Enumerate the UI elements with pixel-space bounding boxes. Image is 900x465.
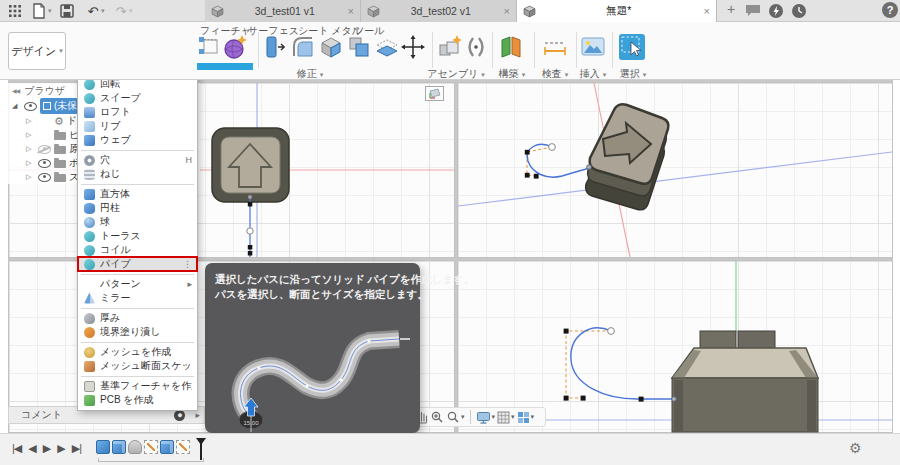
menu-item-web[interactable]: ウェブ: [78, 133, 197, 147]
menu-item-thread[interactable]: ねじ: [78, 167, 197, 181]
collapsed-triangle-icon[interactable]: ▷: [26, 145, 35, 153]
help-icon[interactable]: ?: [882, 2, 898, 18]
expand-triangle-icon[interactable]: ◢: [12, 102, 21, 110]
folder-icon: [54, 146, 66, 154]
workspace-selector[interactable]: デザイン ▾: [8, 32, 66, 70]
file-caret-icon[interactable]: ▾: [48, 7, 52, 15]
eye-icon[interactable]: [38, 173, 51, 182]
create-sketch-icon[interactable]: [197, 34, 223, 60]
menu-item-boundary-fill[interactable]: 境界塗り潰し: [78, 325, 197, 339]
menu-item-hole[interactable]: 穴H: [78, 153, 197, 167]
go-to-start-button[interactable]: |◀: [12, 442, 21, 455]
timeline-position-marker[interactable]: [196, 438, 206, 460]
extensions-icon[interactable]: [768, 3, 785, 20]
press-pull-icon[interactable]: [262, 34, 288, 60]
overflow-menu-icon[interactable]: ⋮: [183, 259, 192, 269]
thicken-icon: [84, 313, 95, 324]
collapsed-triangle-icon[interactable]: ▷: [26, 173, 35, 181]
joint-icon[interactable]: [463, 34, 489, 60]
torus-icon: [84, 231, 95, 242]
combine-icon[interactable]: [346, 34, 372, 60]
timeline-feature-extrude[interactable]: [112, 440, 126, 454]
menu-item-torus[interactable]: トーラス: [78, 229, 197, 243]
menu-item-pattern[interactable]: パターン▸: [78, 277, 197, 291]
navbar-divider: [470, 410, 471, 424]
menu-item-label: 直方体: [100, 187, 192, 201]
timeline-feature-box[interactable]: [96, 440, 110, 454]
fit-icon[interactable]: [430, 410, 444, 424]
navigation-bar: ▾ ▾ ▾ ▾: [410, 407, 546, 427]
pipe-dimension-label: 15.00: [243, 420, 259, 426]
step-back-button[interactable]: ◀: [28, 442, 35, 455]
close-tab-icon[interactable]: ×: [348, 5, 354, 17]
viewport-home-view[interactable]: [457, 82, 893, 258]
close-tab-icon[interactable]: ×: [704, 5, 710, 17]
web-icon: [84, 135, 95, 146]
step-forward-button[interactable]: ▶: [57, 442, 64, 455]
expand-comments-icon[interactable]: ▸: [195, 410, 200, 420]
menu-item-rib[interactable]: リブ: [78, 119, 197, 133]
grid-settings-icon[interactable]: ▾: [497, 411, 515, 424]
menu-item-pcb[interactable]: PCB を作成: [78, 393, 197, 407]
menu-item-cylinder[interactable]: 円柱: [78, 201, 197, 215]
job-status-clock-icon[interactable]: [791, 3, 808, 20]
group-divider: [534, 32, 535, 68]
undo-icon[interactable]: ↶: [84, 2, 102, 20]
collapse-browser-icon[interactable]: ◀◀: [12, 87, 19, 94]
viewport-orientation-indicator[interactable]: [425, 86, 444, 101]
select-tool-icon[interactable]: [619, 34, 645, 60]
menu-item-box[interactable]: 直方体: [78, 187, 197, 201]
modify-dropdown[interactable]: 修正 ▾: [285, 67, 335, 81]
collapsed-triangle-icon[interactable]: ▷: [26, 117, 35, 125]
construct-plane-icon[interactable]: [498, 34, 524, 60]
assemble-dropdown[interactable]: アセンブリ ▾: [420, 67, 492, 81]
comments-bubble-icon[interactable]: [745, 3, 762, 20]
collapsed-triangle-icon[interactable]: ▷: [26, 131, 35, 139]
new-tab-button[interactable]: +: [722, 1, 740, 21]
go-to-end-button[interactable]: ▶|: [72, 442, 81, 455]
menu-item-sweep[interactable]: スイープ: [78, 91, 197, 105]
create-form-icon[interactable]: [222, 34, 248, 60]
timeline-feature-sketch[interactable]: [144, 440, 158, 454]
zoom-window-icon[interactable]: ▾: [446, 410, 465, 424]
redo-icon[interactable]: ↷: [112, 2, 130, 20]
timeline-feature-sketch[interactable]: [176, 440, 190, 454]
shell-icon[interactable]: [318, 34, 344, 60]
viewports-icon[interactable]: ▾: [517, 411, 535, 424]
timeline-feature-fillet[interactable]: [128, 440, 142, 454]
document-tab-2[interactable]: 3d_test02 v1 ×: [361, 0, 517, 22]
menu-item-thicken[interactable]: 厚み: [78, 311, 197, 325]
new-component-icon[interactable]: [437, 34, 463, 60]
menu-item-sphere[interactable]: 球: [78, 215, 197, 229]
menu-item-coil[interactable]: コイル: [78, 243, 197, 257]
save-icon[interactable]: [58, 2, 76, 20]
file-menu-icon[interactable]: [30, 2, 48, 20]
move-icon[interactable]: [400, 34, 426, 60]
select-dropdown[interactable]: 選択 ▾: [604, 67, 662, 81]
document-tab-1[interactable]: 3d_test01 v1 ×: [205, 0, 361, 22]
collapsed-triangle-icon[interactable]: ▷: [26, 159, 35, 167]
eye-icon[interactable]: [38, 159, 51, 168]
eye-icon[interactable]: [24, 102, 37, 111]
menu-item-create-mesh[interactable]: メッシュを作成: [78, 345, 197, 359]
redo-caret-icon[interactable]: ▾: [129, 7, 133, 15]
menu-item-mesh-section[interactable]: メッシュ断面スケッチを作成: [78, 359, 197, 373]
timeline-settings-gear-icon[interactable]: ⚙: [849, 440, 862, 456]
insert-image-icon[interactable]: [580, 34, 606, 60]
menu-item-base-feature[interactable]: 基準フィーチャを作成: [78, 379, 197, 393]
measure-icon[interactable]: [542, 34, 568, 60]
display-settings-icon[interactable]: ▾: [476, 411, 496, 424]
menu-item-pipe[interactable]: パイプ⋮: [78, 257, 197, 271]
play-button[interactable]: ▶: [43, 442, 50, 455]
pipe-preview-image: 15.00: [215, 306, 410, 434]
app-grid-icon[interactable]: [6, 2, 24, 20]
close-tab-icon[interactable]: ×: [504, 5, 510, 17]
offset-face-icon[interactable]: [374, 34, 400, 60]
timeline-feature-extrude[interactable]: [160, 440, 174, 454]
menu-item-mirror[interactable]: ミラー: [78, 291, 197, 305]
undo-caret-icon[interactable]: ▾: [101, 7, 105, 15]
document-tab-3-active[interactable]: 無題* ×: [517, 0, 717, 22]
eye-icon[interactable]: [38, 145, 51, 154]
menu-item-loft[interactable]: ロフト: [78, 105, 197, 119]
fillet-icon[interactable]: [290, 34, 316, 60]
